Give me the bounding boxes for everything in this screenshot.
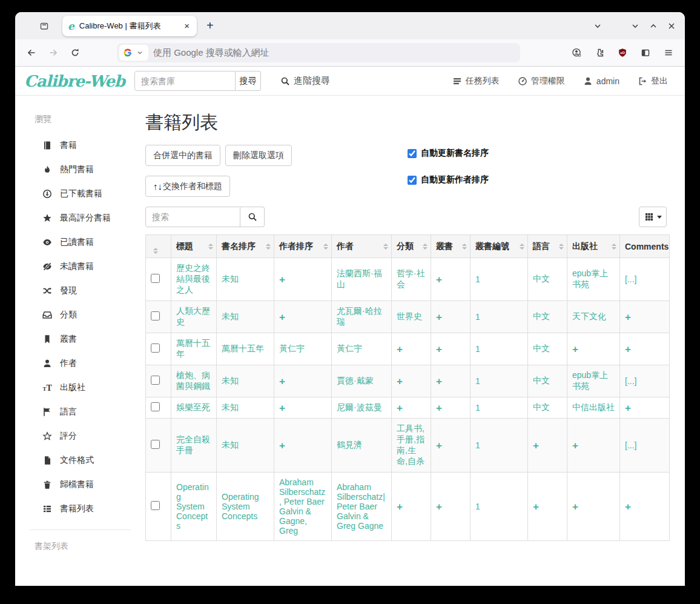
add-value-icon[interactable]: + xyxy=(436,274,442,285)
editable-cell-value[interactable]: 萬曆十五年 xyxy=(222,343,264,353)
editable-cell-value[interactable]: 1 xyxy=(475,274,480,284)
column-header-9[interactable]: 出版社 xyxy=(567,235,620,258)
book-title-link[interactable]: 歷史之終結與最後之人 xyxy=(176,263,210,294)
add-value-icon[interactable]: + xyxy=(279,376,285,387)
add-value-icon[interactable]: + xyxy=(436,440,442,451)
back-icon[interactable] xyxy=(22,44,41,62)
table-search-input[interactable] xyxy=(145,207,240,227)
add-value-icon[interactable]: + xyxy=(572,343,578,355)
delete-selection-button[interactable]: 刪除選取選項 xyxy=(225,145,292,166)
add-value-icon[interactable]: + xyxy=(625,402,631,414)
column-header-2[interactable]: 書名排序 xyxy=(217,235,274,258)
add-value-icon[interactable]: + xyxy=(279,274,285,285)
editable-cell-value[interactable]: 尼爾·波茲曼 xyxy=(337,402,382,412)
editable-cell-value[interactable]: 未知 xyxy=(222,274,239,284)
add-value-icon[interactable]: + xyxy=(397,343,403,355)
sidebar-item-14[interactable]: 文件格式 xyxy=(15,448,142,473)
add-value-icon[interactable]: + xyxy=(397,501,403,513)
book-title-link[interactable]: 完全自殺手冊 xyxy=(176,434,210,455)
editable-cell-value[interactable]: 1 xyxy=(475,376,480,386)
list-all-tabs-icon[interactable] xyxy=(589,18,606,35)
sidebar-item-15[interactable]: 歸檔書籍 xyxy=(15,473,142,497)
add-value-icon[interactable]: + xyxy=(572,501,578,513)
add-value-icon[interactable]: + xyxy=(436,311,442,323)
editable-cell-value[interactable]: 哲学·社会 xyxy=(397,268,425,289)
editable-cell-value[interactable]: 1 xyxy=(475,312,480,322)
sidebar-item-7[interactable]: 發現 xyxy=(15,279,142,303)
column-header-8[interactable]: 語言 xyxy=(528,235,567,258)
column-header-1[interactable]: 標題 xyxy=(171,235,217,258)
select-all-header[interactable] xyxy=(146,235,171,258)
book-title-link[interactable]: 娛樂至死 xyxy=(176,402,210,412)
sort-carets-icon[interactable] xyxy=(208,244,213,250)
editable-cell-value[interactable]: 中文 xyxy=(533,343,550,353)
editable-cell-value[interactable]: 世界史 xyxy=(397,311,422,321)
row-checkbox[interactable] xyxy=(151,343,160,353)
sort-carets-icon[interactable] xyxy=(462,244,467,250)
row-checkbox[interactable] xyxy=(151,501,160,510)
add-value-icon[interactable]: + xyxy=(436,402,442,414)
book-title-link[interactable]: Operating System Concepts xyxy=(176,482,209,531)
editable-cell-value[interactable]: [...] xyxy=(625,440,636,450)
add-value-icon[interactable]: + xyxy=(397,402,403,414)
admin-panel-link[interactable]: 管理權限 xyxy=(518,76,565,87)
editable-cell-value[interactable]: 天下文化 xyxy=(572,311,606,321)
editable-cell-value[interactable]: 中文 xyxy=(533,311,550,321)
editable-cell-value[interactable]: [...] xyxy=(625,274,636,284)
sidebar-item-10[interactable]: 作者 xyxy=(15,351,142,376)
swap-author-title-button[interactable]: ↑↓ 交換作者和標題 xyxy=(145,176,230,197)
editable-cell-value[interactable]: Abraham Silberschatz, Peter Baer Galvin … xyxy=(279,477,325,536)
add-value-icon[interactable]: + xyxy=(279,402,285,414)
add-value-icon[interactable]: + xyxy=(436,376,442,387)
column-header-7[interactable]: 叢書編號 xyxy=(471,235,528,258)
editable-cell-value[interactable]: 工具书,手册,指南,生命,自杀 xyxy=(397,423,424,466)
add-value-icon[interactable]: + xyxy=(436,501,442,513)
editable-cell-value[interactable]: 中文 xyxy=(533,402,550,412)
sort-carets-icon[interactable] xyxy=(266,244,271,250)
new-tab-button[interactable]: + xyxy=(206,19,214,33)
address-bar[interactable]: 使用 Google 搜尋或輸入網址 xyxy=(117,43,520,62)
editable-cell-value[interactable]: 鶴見濟 xyxy=(337,440,362,450)
sidebar-toggle-icon[interactable] xyxy=(636,44,655,62)
editable-cell-value[interactable]: Operating System Concepts xyxy=(222,492,259,521)
add-value-icon[interactable]: + xyxy=(533,440,539,451)
sidebar-item-2[interactable]: 熱門書籍 xyxy=(15,158,142,182)
column-header-6[interactable]: 叢書 xyxy=(431,235,471,258)
sort-carets-icon[interactable] xyxy=(423,244,428,250)
sidebar-item-9[interactable]: 叢書 xyxy=(15,327,142,351)
editable-cell-value[interactable]: 1 xyxy=(475,440,480,450)
sort-carets-icon[interactable] xyxy=(383,244,388,250)
editable-cell-value[interactable]: 黃仁宇 xyxy=(279,343,305,353)
add-value-icon[interactable]: + xyxy=(436,343,442,355)
ublock-shield-icon[interactable]: uO xyxy=(613,44,632,62)
reload-icon[interactable] xyxy=(66,44,84,62)
column-header-3[interactable]: 作者排序 xyxy=(274,235,332,258)
column-header-10[interactable]: Comments xyxy=(620,235,670,258)
sidebar-item-13[interactable]: 評分 xyxy=(15,424,142,448)
add-value-icon[interactable]: + xyxy=(625,311,631,323)
editable-cell-value[interactable]: 未知 xyxy=(222,311,239,321)
library-search-input[interactable] xyxy=(134,71,236,91)
sidebar-item-1[interactable]: 書籍 xyxy=(15,133,142,158)
book-title-link[interactable]: 槍炮、病菌與鋼鐵 xyxy=(176,370,210,391)
column-header-4[interactable]: 作者 xyxy=(332,235,392,258)
row-checkbox[interactable] xyxy=(151,274,160,283)
sidebar-item-11[interactable]: TT出版社 xyxy=(15,376,142,400)
editable-cell-value[interactable]: 1 xyxy=(475,344,480,354)
add-value-icon[interactable]: + xyxy=(397,376,403,387)
forward-icon[interactable] xyxy=(44,44,62,62)
sidebar-item-12[interactable]: 語言 xyxy=(15,400,142,424)
sidebar-item-16[interactable]: 書籍列表 xyxy=(15,497,142,521)
add-value-icon[interactable]: + xyxy=(533,501,539,513)
merge-books-button[interactable]: 合併選中的書籍 xyxy=(145,145,220,166)
sort-carets-icon[interactable] xyxy=(153,248,158,254)
add-value-icon[interactable]: + xyxy=(279,440,285,451)
window-maximize-icon[interactable] xyxy=(649,21,658,31)
row-checkbox[interactable] xyxy=(151,376,160,385)
sort-carets-icon[interactable] xyxy=(612,244,616,250)
sort-carets-icon[interactable] xyxy=(559,244,564,250)
editable-cell-value[interactable]: 1 xyxy=(475,403,480,413)
browser-tab[interactable]: e Calibre-Web | 書籍列表 × xyxy=(62,16,197,36)
editable-cell-value[interactable]: 黃仁宇 xyxy=(337,343,362,353)
sort-carets-icon[interactable] xyxy=(323,244,328,250)
